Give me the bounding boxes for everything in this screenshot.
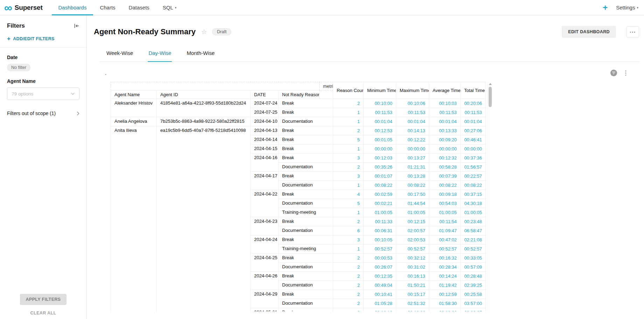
filters-out-of-scope-toggle[interactable]: Filters out of scope (1) [7, 111, 79, 116]
cell-time: 00:18:26 [396, 308, 429, 312]
cell-time: 00:09:20 [429, 135, 461, 144]
cell-id: 7b253b5c-8863-4a98-9222-580a22ff2815 [157, 117, 251, 126]
filters-sidebar: Filters + ADD/EDIT FILTERS Date No filte… [0, 15, 87, 319]
settings-menu[interactable]: Settings ▾ [616, 5, 638, 10]
cell-time: 00:08:22 [396, 181, 429, 190]
filters-panel-title: Filters [7, 22, 25, 29]
nav-item-charts[interactable]: Charts [93, 0, 122, 15]
cell-time: 00:27:06 [461, 126, 486, 135]
cell-time: 00:10:41 [364, 290, 396, 299]
cell-date: 2024-04-13 [251, 126, 279, 135]
table-scrollbar[interactable] [488, 82, 492, 311]
cell-date: 2024-07-25 [251, 108, 279, 117]
nav-item-sql[interactable]: SQL ▾ [156, 0, 183, 15]
cell-time: 00:15:17 [396, 290, 429, 299]
cell-count: 6 [333, 226, 364, 235]
cell-time: 00:52:57 [364, 244, 396, 254]
cell-time: 01:00:05 [396, 208, 429, 217]
cell-time: 00:10:03 [429, 99, 461, 108]
cell-time: 00:46:41 [461, 135, 486, 144]
cell-date: 2024-04-24 [251, 235, 279, 254]
cell-time: 02:51:32 [396, 299, 429, 308]
cell-time: 00:09:18 [429, 190, 461, 199]
edit-dashboard-button[interactable]: EDIT DASHBOARD [562, 26, 616, 38]
cell-time: 00:01:04 [396, 117, 429, 126]
cell-date: 2024-04-17 [251, 172, 279, 190]
table-row: Aleksander Hristov41854e81-a64a-4212-8f9… [111, 99, 486, 108]
cell-reason: Training-meeting [279, 244, 333, 254]
cell-reason: Documentation [279, 199, 333, 208]
applied-filters-icon[interactable] [610, 70, 617, 76]
cell-reason: Break [279, 126, 333, 135]
date-filter-value-chip[interactable]: No filter [7, 64, 30, 71]
cell-time: 00:32:12 [396, 254, 429, 263]
cell-time: 00:35:26 [364, 163, 396, 172]
cell-time: 02:00:53 [396, 235, 429, 244]
cell-time: 00:12:53 [364, 126, 396, 135]
caret-down-icon: ▾ [175, 6, 177, 9]
cell-date: 2024-04-16 [251, 154, 279, 172]
more-options-button[interactable]: ··· [626, 26, 639, 37]
cell-time: 00:52:57 [429, 244, 461, 254]
cell-time: 01:00:05 [461, 208, 486, 217]
date-filter-label: Date [7, 55, 79, 60]
cell-reason: Documentation [279, 281, 333, 290]
chart-kebab-menu-icon[interactable]: ⋮ [623, 70, 629, 76]
cell-count: 1 [333, 108, 364, 117]
scrollbar-thumb[interactable] [489, 87, 492, 107]
plus-icon: + [7, 36, 10, 42]
cell-reason: Break [279, 290, 333, 299]
cell-time: 00:16:13 [396, 272, 429, 281]
dashboard-tabs: Week-Wise Day-Wise Month-Wise [99, 45, 639, 62]
row-header-agent-name: Agent Name [111, 91, 157, 99]
agent-name-filter-label: Agent Name [7, 78, 79, 84]
apply-filters-button[interactable]: APPLY FILTERS [20, 294, 66, 305]
cell-time: 01:50:21 [396, 281, 429, 290]
favorite-star-icon[interactable]: ☆ [201, 29, 207, 35]
cell-time: 00:01:04 [461, 117, 486, 126]
cell-date: 2024-05-01 [251, 308, 279, 312]
cell-time: 01:00:05 [429, 208, 461, 217]
cell-reason: Break [279, 190, 333, 199]
cell-count: 2 [333, 290, 364, 299]
add-edit-filters-button[interactable]: + ADD/EDIT FILTERS [7, 36, 79, 42]
cell-date: 2024-04-29 [251, 290, 279, 308]
cell-date: 2024-04-15 [251, 144, 279, 154]
clear-all-button[interactable]: CLEAR ALL [30, 311, 56, 316]
cell-count: 1 [333, 244, 364, 254]
cell-time: 00:12:35 [364, 272, 396, 281]
cell-time: 01:44:54 [396, 199, 429, 208]
collapse-sidebar-icon[interactable] [74, 23, 79, 28]
scrollbar-up-arrow[interactable] [489, 83, 492, 85]
nav-item-dashboards[interactable]: Dashboards [52, 0, 93, 15]
metric-axis-row: metric Reason Count Minimum Time Maximum… [111, 82, 486, 91]
cell-date: 2024-04-25 [251, 254, 279, 272]
agent-name-select[interactable]: 79 options [7, 87, 79, 100]
cell-time: 00:08:22 [429, 181, 461, 190]
nav-item-datasets[interactable]: Datasets [122, 0, 156, 15]
cell-time: 00:11:53 [396, 108, 429, 117]
tab-month-wise[interactable]: Month-Wise [186, 45, 215, 62]
cell-time: 01:09:47 [429, 226, 461, 235]
cell-count: 5 [333, 199, 364, 208]
tab-week-wise[interactable]: Week-Wise [106, 45, 134, 62]
superset-logo[interactable]: ∞ Superset [4, 3, 43, 12]
cell-time: 00:16:32 [429, 254, 461, 263]
cell-reason: Break [279, 308, 333, 312]
cell-reason: Break [279, 99, 333, 108]
cell-date: 2024-04-26 [251, 272, 279, 290]
tab-day-wise[interactable]: Day-Wise [148, 45, 172, 62]
cell-reason: Break [279, 254, 333, 263]
header-spacer [111, 82, 320, 91]
cell-time: 00:10:05 [364, 235, 396, 244]
new-item-button[interactable]: + [603, 3, 608, 12]
cell-time: 00:12:32 [429, 154, 461, 163]
cell-time: 00:25:58 [461, 290, 486, 299]
cell-time: 00:54:03 [429, 199, 461, 208]
cell-time: 02:39:25 [461, 281, 486, 290]
cell-id: ea19c5b9-6dd5-40a7-87f6-5218d5410098 [157, 126, 251, 312]
cell-count: 2 [333, 272, 364, 281]
cell-time: 00:17:50 [396, 190, 429, 199]
cell-reason: Break [279, 108, 333, 117]
cell-time: 00:12:22 [396, 135, 429, 144]
